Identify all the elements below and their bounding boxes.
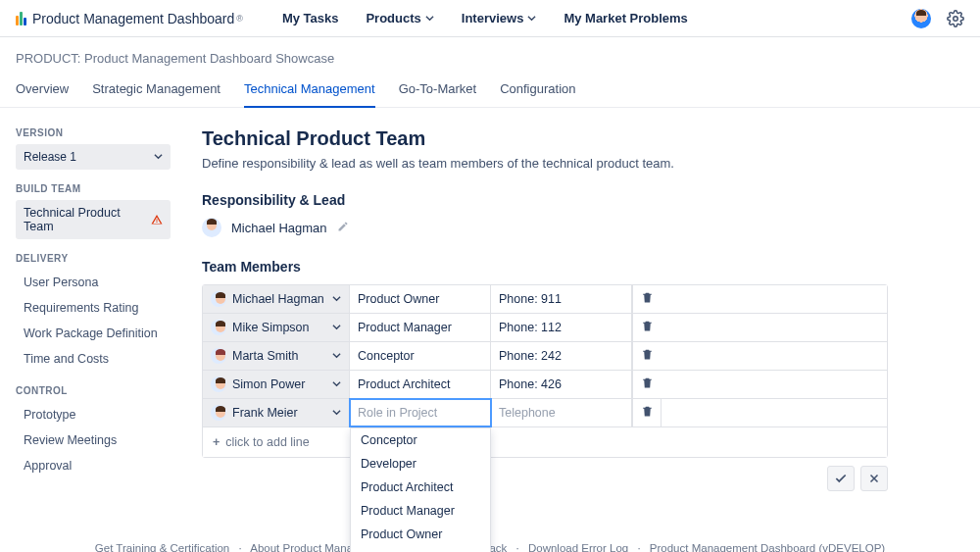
nav-market-problems-label: My Market Problems: [564, 11, 687, 25]
role-dropdown: Conceptor Developer Product Architect Pr…: [350, 427, 491, 552]
dropdown-option[interactable]: Product Manager: [351, 499, 490, 523]
section-responsibility-lead: Responsibility & Lead: [202, 192, 888, 208]
delete-row-button[interactable]: [632, 342, 662, 370]
brand-reg: ®: [236, 14, 243, 24]
user-avatar-icon[interactable]: [911, 9, 931, 28]
phone-input[interactable]: Phone: 112: [491, 314, 632, 341]
brand-name: Product Management Dashboard: [32, 11, 234, 26]
tab-technical[interactable]: Technical Management: [244, 75, 375, 108]
brand-logo[interactable]: Product Management Dashboard ®: [16, 11, 243, 26]
trash-icon: [641, 376, 654, 392]
sidebar-item-time-costs[interactable]: Time and Costs: [16, 346, 171, 372]
logo-mark-icon: [16, 12, 26, 25]
member-avatar-icon: [211, 348, 226, 364]
nav-my-tasks-label: My Tasks: [282, 11, 339, 25]
lead-row: Michael Hagman: [202, 218, 888, 237]
phone-value: Phone: 911: [491, 286, 631, 312]
lead-name: Michael Hagman: [231, 221, 327, 235]
tab-strategic[interactable]: Strategic Management: [92, 75, 220, 107]
settings-gear-icon[interactable]: [947, 10, 964, 27]
phone-input[interactable]: Telephone: [491, 399, 632, 427]
footer-training[interactable]: Get Training & Certification: [95, 542, 229, 552]
chevron-down-icon: [332, 408, 341, 419]
tab-overview[interactable]: Overview: [16, 75, 69, 107]
sidebar-item-wpd[interactable]: Work Package Definition: [16, 321, 171, 346]
team-row: Mike Simpson Product Manager Phone: 112: [203, 314, 887, 342]
nav-interviews[interactable]: Interviews: [462, 11, 537, 25]
role-input[interactable]: Product Architect: [350, 371, 491, 398]
version-select[interactable]: Release 1: [16, 144, 171, 170]
chevron-down-icon: [332, 323, 341, 333]
trash-icon: [641, 291, 654, 307]
nav-products[interactable]: Products: [366, 11, 433, 25]
table-actions: [202, 466, 888, 491]
member-avatar-icon: [211, 405, 226, 421]
confirm-button[interactable]: [827, 466, 855, 491]
footer-errorlog[interactable]: Download Error Log: [528, 542, 628, 552]
phone-value: Phone: 112: [491, 315, 631, 340]
delete-row-button[interactable]: [632, 399, 662, 427]
dropdown-option[interactable]: Quality Assurance: [351, 546, 490, 552]
delete-row-button[interactable]: [632, 314, 662, 341]
tab-config[interactable]: Configuration: [500, 75, 575, 107]
dropdown-option[interactable]: Product Architect: [351, 476, 490, 499]
sidebar-label-build: BUILD TEAM: [16, 183, 171, 194]
sidebar: VERSION Release 1 BUILD TEAM Technical P…: [16, 127, 171, 491]
page-description: Define responsibility & lead as well as …: [202, 156, 888, 171]
dropdown-option[interactable]: Developer: [351, 452, 490, 476]
delete-row-button[interactable]: [632, 285, 662, 313]
tab-gtm[interactable]: Go-To-Market: [399, 75, 476, 107]
phone-input[interactable]: Phone: 242: [491, 342, 632, 370]
cancel-button[interactable]: [860, 466, 888, 491]
member-name: Frank Meier: [232, 406, 298, 420]
role-value: Product Owner: [350, 286, 490, 312]
sidebar-item-req-rating[interactable]: Requirements Rating: [16, 295, 171, 321]
top-bar: Product Management Dashboard ® My Tasks …: [0, 0, 980, 37]
chevron-down-icon: [332, 294, 341, 305]
sidebar-item-technical-team[interactable]: Technical Product Team: [16, 200, 171, 239]
add-line-button[interactable]: + click to add line: [203, 427, 319, 457]
team-row: Michael Hagman Product Owner Phone: 911: [203, 285, 887, 314]
role-input[interactable]: Product Manager: [350, 314, 491, 341]
role-value: Conceptor: [350, 343, 490, 369]
member-select[interactable]: Mike Simpson: [203, 314, 349, 341]
member-select[interactable]: Marta Smith: [203, 342, 349, 370]
edit-pencil-icon[interactable]: [337, 221, 349, 235]
trash-icon: [641, 405, 654, 421]
delete-row-button[interactable]: [632, 371, 662, 398]
sidebar-item-review[interactable]: Review Meetings: [16, 427, 171, 453]
phone-value: Phone: 426: [491, 372, 631, 397]
member-name: Mike Simpson: [232, 321, 310, 334]
team-row: Simon Power Product Architect Phone: 426: [203, 371, 887, 399]
team-row: Frank Meier Role in Project Telephone: [203, 399, 887, 427]
sidebar-item-label: Technical Product Team: [24, 206, 145, 233]
member-name: Marta Smith: [232, 349, 298, 363]
chevron-down-icon: [332, 379, 341, 390]
phone-input[interactable]: Phone: 426: [491, 371, 632, 398]
section-team-members: Team Members: [202, 259, 888, 275]
sidebar-item-prototype[interactable]: Prototype: [16, 402, 171, 427]
sidebar-item-approval[interactable]: Approval: [16, 453, 171, 478]
nav-my-tasks[interactable]: My Tasks: [282, 11, 339, 25]
dropdown-option[interactable]: Product Owner: [351, 523, 490, 546]
nav-products-label: Products: [366, 11, 420, 25]
phone-input[interactable]: Phone: 911: [491, 285, 632, 313]
member-avatar-icon: [211, 320, 226, 335]
sidebar-item-user-persona[interactable]: User Persona: [16, 270, 171, 295]
role-placeholder: Role in Project: [350, 400, 490, 426]
member-select[interactable]: Simon Power: [203, 371, 349, 398]
role-input[interactable]: Role in Project: [350, 399, 491, 427]
role-value: Product Architect: [350, 372, 490, 397]
sidebar-label-delivery: DELIVERY: [16, 253, 171, 264]
dropdown-option[interactable]: Conceptor: [351, 428, 490, 452]
product-breadcrumb: PRODUCT: Product Management Dashboard Sh…: [0, 37, 980, 75]
nav-market-problems[interactable]: My Market Problems: [564, 11, 687, 25]
chevron-down-icon: [154, 150, 163, 164]
footer-dashboard[interactable]: Product Management Dashboard (vDEVELOP): [650, 542, 885, 552]
role-input[interactable]: Product Owner: [350, 285, 491, 313]
member-select[interactable]: Frank Meier: [203, 399, 349, 427]
member-select[interactable]: Michael Hagman: [203, 285, 349, 313]
role-input[interactable]: Conceptor: [350, 342, 491, 370]
add-line-label: click to add line: [225, 435, 309, 449]
trash-icon: [641, 348, 654, 364]
